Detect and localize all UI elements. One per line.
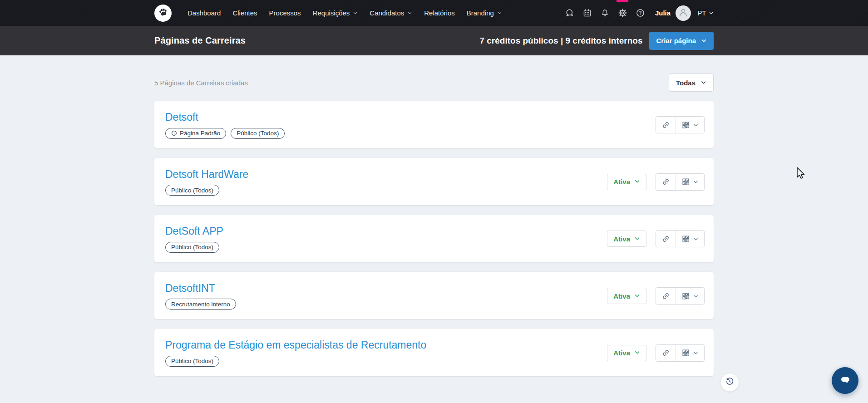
- page-header: Páginas de Carreiras 7 créditos públicos…: [0, 26, 868, 55]
- chevron-down-icon: [634, 178, 640, 186]
- copy-link-button[interactable]: [656, 174, 676, 190]
- copy-link-button[interactable]: [656, 117, 676, 133]
- badge: Público (Todos): [165, 242, 219, 253]
- svg-text:?: ?: [639, 10, 641, 15]
- qr-code-button[interactable]: [676, 231, 704, 247]
- nav-item-label: Processos: [269, 9, 301, 17]
- status-dropdown[interactable]: Ativa: [607, 174, 646, 190]
- badge-row: Recrutamento interno: [165, 299, 236, 310]
- badge-row: Público (Todos): [165, 356, 426, 367]
- copy-link-button[interactable]: [656, 231, 676, 247]
- badge-label: Público (Todos): [237, 130, 279, 137]
- status-label: Ativa: [613, 349, 630, 357]
- qr-code-icon: [681, 292, 690, 300]
- chevron-down-icon: [693, 236, 699, 242]
- career-page-card: DetSoft APP Público (Todos) Ativa: [154, 215, 714, 262]
- filter-dropdown[interactable]: Todas: [669, 74, 714, 92]
- chat-widget-button[interactable]: [832, 367, 858, 394]
- create-page-button[interactable]: Criar página: [649, 32, 714, 50]
- card-actions: [656, 230, 705, 247]
- user-name[interactable]: Julia: [655, 9, 671, 17]
- top-navbar: DashboardClientesProcessosRequisiçõesCan…: [0, 0, 868, 26]
- nav-item-relatorios[interactable]: Relatórios: [418, 0, 461, 26]
- calendar-icon[interactable]: [578, 0, 596, 26]
- badge-label: Público (Todos): [171, 358, 213, 364]
- page-title: Páginas de Carreiras: [154, 35, 246, 46]
- qr-code-icon: [681, 177, 690, 186]
- badge-label: Recrutamento interno: [171, 301, 230, 308]
- pages-count-label: 5 Páginas de Carreiras criadas: [154, 79, 248, 87]
- career-page-card: Detsoft Página PadrãoPúblico (Todos): [154, 101, 714, 148]
- career-page-card: DetsoftINT Recrutamento interno Ativa: [154, 272, 714, 319]
- chat-bubble-icon: [838, 372, 853, 389]
- link-icon: [661, 235, 670, 243]
- avatar[interactable]: [676, 5, 691, 21]
- nav-item-clientes[interactable]: Clientes: [227, 0, 263, 26]
- qr-code-icon: [681, 349, 690, 357]
- status-label: Ativa: [613, 178, 630, 186]
- chevron-down-icon: [701, 38, 707, 44]
- nav-item-branding[interactable]: Branding: [461, 0, 508, 26]
- nav-item-label: Relatórios: [424, 9, 455, 17]
- badge-label: Público (Todos): [171, 187, 213, 194]
- app-logo[interactable]: [154, 5, 172, 22]
- copy-link-button[interactable]: [656, 288, 676, 304]
- copy-link-button[interactable]: [656, 345, 676, 361]
- chevron-down-icon: [634, 235, 640, 243]
- badge: Página Padrão: [165, 128, 226, 139]
- person-icon: [678, 7, 689, 20]
- chat-icon[interactable]: [561, 0, 578, 26]
- badge: Público (Todos): [165, 356, 219, 367]
- chevron-down-icon: [693, 179, 699, 185]
- language-label: PT: [698, 10, 706, 17]
- status-label: Ativa: [613, 235, 630, 243]
- qr-code-button[interactable]: [676, 174, 704, 190]
- chevron-down-icon: [407, 10, 412, 15]
- career-page-card: Programa de Estágio em especialistas de …: [154, 329, 714, 376]
- badge: Recrutamento interno: [165, 299, 236, 310]
- qr-code-icon: [681, 235, 690, 243]
- badge-label: Público (Todos): [171, 244, 213, 251]
- qr-code-icon: [681, 121, 690, 129]
- card-actions: [656, 344, 705, 362]
- status-dropdown[interactable]: Ativa: [607, 345, 646, 361]
- nav-item-candidatos[interactable]: Candidatos: [364, 0, 418, 26]
- info-icon: [171, 130, 177, 136]
- navbar-right: ? Julia PT: [561, 0, 714, 26]
- nav-item-label: Clientes: [232, 9, 257, 17]
- career-page-link[interactable]: DetsoftINT: [165, 282, 215, 295]
- nav-item-label: Branding: [467, 9, 494, 17]
- qr-code-button[interactable]: [676, 288, 704, 304]
- career-page-link[interactable]: Detsoft: [165, 111, 198, 124]
- career-page-link[interactable]: Detsoft HardWare: [165, 168, 248, 181]
- chevron-down-icon: [634, 349, 640, 357]
- settings-gear-icon[interactable]: [614, 0, 631, 26]
- nav-item-label: Candidatos: [370, 9, 404, 17]
- nav-item-requisicoes[interactable]: Requisições: [307, 0, 364, 26]
- card-actions: [656, 173, 705, 191]
- chevron-down-icon: [353, 10, 358, 15]
- badge: Público (Todos): [231, 128, 285, 139]
- chevron-down-icon: [497, 10, 502, 15]
- language-selector[interactable]: PT: [698, 10, 714, 17]
- nav-item-dashboard[interactable]: Dashboard: [182, 0, 227, 26]
- nav-items: DashboardClientesProcessosRequisiçõesCan…: [182, 0, 508, 26]
- qr-code-button[interactable]: [676, 345, 704, 361]
- help-icon[interactable]: ?: [631, 0, 649, 26]
- badge: Público (Todos): [165, 185, 219, 196]
- filter-label: Todas: [676, 79, 695, 87]
- notifications-bell-icon[interactable]: [596, 0, 614, 26]
- qr-code-button[interactable]: [676, 117, 704, 133]
- status-label: Ativa: [613, 292, 630, 300]
- link-icon: [661, 292, 670, 300]
- career-page-link[interactable]: Programa de Estágio em especialistas de …: [165, 339, 426, 352]
- status-dropdown[interactable]: Ativa: [607, 288, 646, 304]
- create-page-label: Criar página: [656, 37, 696, 44]
- chevron-down-icon: [693, 293, 699, 299]
- history-button[interactable]: [720, 373, 739, 392]
- card-actions: [656, 287, 705, 305]
- career-page-link[interactable]: DetSoft APP: [165, 225, 223, 238]
- chevron-down-icon: [700, 79, 706, 87]
- status-dropdown[interactable]: Ativa: [607, 231, 646, 247]
- nav-item-processos[interactable]: Processos: [263, 0, 307, 26]
